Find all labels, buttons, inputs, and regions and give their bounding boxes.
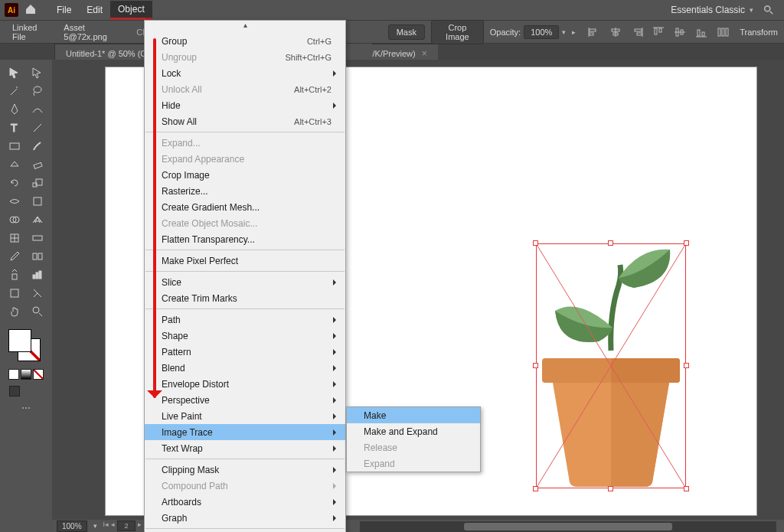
menu-item-graph[interactable]: Graph (145, 510, 345, 526)
menu-item-pattern[interactable]: Pattern (145, 344, 345, 360)
placed-image-selection[interactable] (536, 243, 686, 488)
column-graph-tool[interactable] (28, 266, 47, 283)
align-left-icon[interactable] (588, 27, 600, 38)
home-icon[interactable] (24, 3, 38, 17)
menu-item-blend[interactable]: Blend (145, 360, 345, 376)
perspective-grid-tool[interactable] (28, 211, 47, 228)
search-icon[interactable] (758, 0, 779, 20)
handle-icon[interactable] (533, 240, 538, 246)
menu-item-path[interactable]: Path (145, 312, 345, 328)
menu-file[interactable]: File (49, 2, 79, 18)
shape-builder-tool[interactable] (5, 211, 24, 228)
asset-name[interactable]: Asset 5@72x.png (57, 21, 124, 43)
handle-icon[interactable] (684, 240, 689, 246)
scroll-up-icon[interactable]: ▴ (145, 21, 345, 33)
rotate-tool[interactable] (5, 175, 24, 191)
chevron-down-icon[interactable]: ▾ (562, 28, 566, 36)
width-tool[interactable] (5, 193, 24, 210)
menu-item-clipping-mask[interactable]: Clipping Mask (145, 462, 345, 478)
handle-icon[interactable] (684, 363, 689, 368)
menu-item-crop-image[interactable]: Crop Image (145, 167, 345, 183)
align-right-icon[interactable] (631, 27, 643, 38)
handle-icon[interactable] (533, 363, 538, 368)
selection-tool[interactable] (5, 64, 24, 81)
menu-item-live-paint[interactable]: Live Paint (145, 408, 345, 424)
menu-item-image-trace[interactable]: Image Trace (145, 424, 345, 440)
fill-stroke-swatch[interactable] (8, 329, 44, 364)
artboard-tool[interactable] (5, 285, 24, 302)
rectangle-tool[interactable] (5, 138, 24, 155)
menu-item-show-all[interactable]: Show AllAlt+Ctrl+3 (145, 113, 345, 129)
type-tool[interactable]: T (5, 119, 24, 136)
gradient-tool[interactable] (28, 230, 47, 246)
zoom-value[interactable]: 100% (57, 521, 87, 532)
hand-tool[interactable] (5, 303, 24, 320)
menu-item-group[interactable]: GroupCtrl+G (145, 33, 345, 49)
close-icon[interactable]: × (422, 48, 427, 59)
none-mode-icon[interactable] (33, 369, 44, 380)
slice-tool[interactable] (28, 285, 47, 302)
crop-image-button[interactable]: Crop Image (431, 20, 484, 44)
menu-item-perspective[interactable]: Perspective (145, 392, 345, 408)
align-top-icon[interactable] (652, 27, 665, 38)
handle-icon[interactable] (608, 486, 613, 491)
mesh-tool[interactable] (5, 230, 24, 246)
transform-panel-link[interactable]: Transform (740, 28, 778, 37)
eyedropper-tool[interactable] (5, 248, 24, 265)
symbol-sprayer-tool[interactable] (5, 266, 24, 283)
chevron-right-icon[interactable]: ▸ (572, 28, 576, 36)
curvature-tool[interactable] (28, 101, 47, 118)
menu-item-create-gradient-mesh-[interactable]: Create Gradient Mesh... (145, 199, 345, 215)
submenu-item-make[interactable]: Make (347, 407, 480, 423)
tab-title-right: /K/Preview) (372, 49, 415, 58)
first-artboard-icon[interactable]: I◂ (103, 521, 109, 531)
handle-icon[interactable] (608, 240, 613, 246)
opacity-label: Opacity: (490, 28, 521, 37)
menu-item-text-wrap[interactable]: Text Wrap (145, 440, 345, 456)
submenu-item-make-and-expand[interactable]: Make and Expand (347, 423, 480, 439)
align-center-h-icon[interactable] (609, 27, 622, 38)
gradient-mode-icon[interactable] (21, 369, 31, 380)
menu-item-lock[interactable]: Lock (145, 65, 345, 81)
opacity-field[interactable]: 100% (524, 25, 559, 39)
align-bottom-icon[interactable] (695, 27, 707, 38)
zoom-tool[interactable] (28, 303, 47, 320)
direct-selection-tool[interactable] (28, 64, 47, 81)
handle-icon[interactable] (533, 486, 538, 491)
lasso-tool[interactable] (28, 83, 47, 100)
menu-item-shape[interactable]: Shape (145, 328, 345, 344)
svg-point-0 (765, 6, 770, 11)
distribute-icon[interactable] (717, 27, 729, 38)
line-tool[interactable] (28, 119, 47, 136)
fill-swatch[interactable] (8, 329, 31, 352)
menu-edit[interactable]: Edit (79, 2, 110, 18)
menu-item-hide[interactable]: Hide (145, 97, 345, 113)
shaper-tool[interactable] (5, 156, 24, 173)
prev-artboard-icon[interactable]: ◂ (111, 521, 115, 531)
artboard-number[interactable]: 2 (117, 521, 136, 531)
paintbrush-tool[interactable] (28, 138, 47, 155)
pen-tool[interactable] (5, 101, 24, 118)
edit-toolbar-icon[interactable]: ⋯ (21, 403, 31, 413)
color-mode-icon[interactable] (8, 369, 19, 380)
workspace-switcher[interactable]: Essentials Classic (671, 5, 745, 15)
blend-tool[interactable] (28, 248, 47, 265)
menu-item-envelope-distort[interactable]: Envelope Distort (145, 376, 345, 392)
menu-item-flatten-transparency-[interactable]: Flatten Transparency... (145, 231, 345, 247)
menu-item-slice[interactable]: Slice (145, 274, 345, 290)
menu-item-create-trim-marks[interactable]: Create Trim Marks (145, 290, 345, 306)
menu-item-make-pixel-perfect[interactable]: Make Pixel Perfect (145, 253, 345, 269)
menu-item-rasterize-[interactable]: Rasterize... (145, 183, 345, 199)
handle-icon[interactable] (684, 486, 689, 491)
eraser-tool[interactable] (28, 156, 47, 173)
mask-button[interactable]: Mask (388, 24, 425, 40)
horizontal-scrollbar[interactable] (360, 521, 776, 532)
align-center-v-icon[interactable] (674, 27, 686, 38)
magic-wand-tool[interactable] (5, 83, 24, 100)
free-transform-tool[interactable] (28, 193, 47, 210)
screen-mode-icon[interactable] (9, 386, 20, 397)
scale-tool[interactable] (28, 175, 47, 191)
menu-item-artboards[interactable]: Artboards (145, 494, 345, 510)
menu-object[interactable]: Object (110, 1, 152, 19)
next-artboard-icon[interactable]: ▸ (138, 521, 142, 531)
